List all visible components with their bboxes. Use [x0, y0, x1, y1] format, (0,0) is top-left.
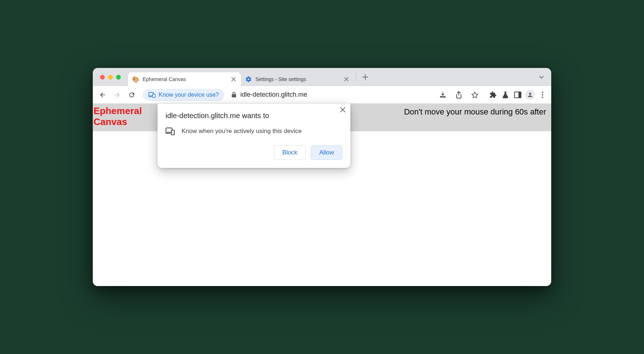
close-tab-button[interactable] — [343, 76, 349, 82]
svg-rect-3 — [232, 94, 236, 97]
minimize-window-button[interactable] — [108, 75, 113, 80]
block-button[interactable]: Block — [274, 145, 306, 160]
svg-rect-8 — [171, 130, 174, 135]
page-viewport: Ephemeral Canvas Don't move your mouse d… — [93, 104, 551, 286]
favicon-icon: 🎨 — [132, 76, 139, 83]
browser-window: 🎨 Ephemeral Canvas Settings - Site setti… — [93, 68, 551, 286]
prompt-title: idle-detection.glitch.me wants to — [166, 112, 342, 120]
gear-icon — [245, 76, 252, 83]
allow-button-label: Allow — [319, 149, 334, 156]
tab-title: Ephemeral Canvas — [143, 76, 227, 82]
toolbar: Know your device use? idle-detection.gli… — [93, 86, 551, 104]
install-icon[interactable] — [438, 90, 448, 100]
page-instruction-text: Don't move your mouse during 60s after — [404, 106, 551, 117]
lock-icon — [231, 92, 236, 98]
forward-button[interactable] — [111, 89, 123, 101]
tab-list-dropdown[interactable] — [536, 72, 547, 83]
share-icon[interactable] — [454, 90, 464, 100]
permission-prompt: idle-detection.glitch.me wants to Know w… — [158, 104, 350, 168]
tab-separator — [356, 73, 356, 81]
labs-icon[interactable] — [500, 90, 510, 100]
side-panel-icon[interactable] — [513, 90, 523, 100]
tab-title: Settings - Site settings — [255, 76, 340, 82]
close-window-button[interactable] — [100, 75, 105, 80]
page-title: Ephemeral Canvas — [93, 106, 142, 128]
new-tab-button[interactable] — [360, 72, 371, 83]
devices-icon — [166, 127, 175, 135]
devices-icon — [148, 92, 156, 98]
prompt-permission-row: Know when you're actively using this dev… — [166, 127, 342, 135]
close-tab-button[interactable] — [231, 76, 236, 82]
url-text: idle-detection.glitch.me — [240, 91, 307, 98]
chip-label: Know your device use? — [159, 92, 219, 98]
allow-button[interactable]: Allow — [311, 145, 342, 160]
permission-chip[interactable]: Know your device use? — [143, 89, 224, 101]
close-prompt-button[interactable] — [340, 107, 345, 112]
prompt-permission-text: Know when you're actively using this dev… — [182, 128, 302, 135]
tab-strip: 🎨 Ephemeral Canvas Settings - Site setti… — [93, 68, 551, 86]
reload-button[interactable] — [126, 89, 138, 101]
tab-ephemeral-canvas[interactable]: 🎨 Ephemeral Canvas — [128, 72, 241, 86]
profile-avatar[interactable] — [525, 90, 535, 100]
bookmark-star-icon[interactable] — [470, 90, 480, 100]
block-button-label: Block — [282, 149, 298, 156]
svg-rect-1 — [153, 94, 155, 97]
svg-rect-5 — [518, 92, 521, 98]
address-bar[interactable]: idle-detection.glitch.me — [226, 88, 486, 101]
back-button[interactable] — [96, 89, 109, 101]
extensions-icon[interactable] — [488, 90, 498, 100]
maximize-window-button[interactable] — [116, 75, 121, 80]
svg-point-6 — [529, 93, 531, 95]
window-controls — [97, 68, 128, 86]
menu-button[interactable] — [537, 92, 548, 98]
tab-settings[interactable]: Settings - Site settings — [241, 72, 354, 86]
